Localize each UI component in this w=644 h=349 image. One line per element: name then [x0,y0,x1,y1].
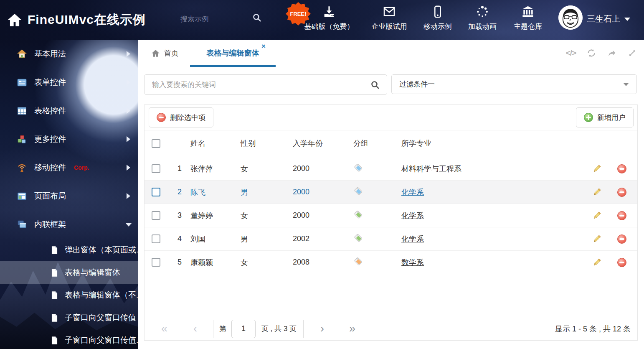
major-link[interactable]: 化学系 [401,211,424,220]
edit-icon[interactable] [592,211,602,221]
sidebar-menu: 基本用法 表单控件 表格控件 更多控件 移动控件 Corp. 页面布局 [0,40,138,349]
year-cell: 2000 [289,164,349,173]
chevron-right-icon [127,79,130,85]
chevron-right-icon [127,193,130,199]
page-root: { "colors": {"accent": "#1d6fa9", "selec… [0,0,644,349]
column-header-gender[interactable]: 性别 [236,138,289,148]
row-checkbox[interactable] [152,234,160,243]
select-all-checkbox[interactable] [152,139,160,148]
refresh-icon[interactable] [586,48,596,58]
delete-row-icon[interactable] [617,234,626,244]
delete-row-icon[interactable] [617,258,626,267]
row-checkbox[interactable] [152,188,160,196]
delete-row-icon[interactable] [617,211,626,220]
filter-dropdown[interactable]: 过滤条件一 [391,74,637,94]
row-checkbox[interactable] [152,211,160,220]
major-link[interactable]: 化学系 [401,235,424,243]
major-link[interactable]: 化学系 [401,188,424,196]
major-link[interactable]: 数学系 [401,258,424,267]
sidebar-subitem[interactable]: 子窗口向父窗口传值 [0,306,138,329]
table-header-row: 姓名 性别 入学年份 分组 所学专业 [145,130,637,157]
avatar[interactable] [558,5,583,30]
table-row[interactable]: 4 刘国 男 2002 化学系 [145,227,637,251]
sidebar-item-form-controls[interactable]: 表单控件 [0,68,138,97]
nav-item-enterprise-trial[interactable]: 企业版试用 [362,5,416,31]
page-input[interactable] [231,320,256,338]
row-checkbox[interactable] [152,164,160,173]
chevron-right-icon [127,51,130,57]
table-row[interactable]: 2 陈飞 男 2000 化学系 [145,181,637,204]
corp-badge: Corp. [74,164,89,171]
table-row[interactable]: 1 张萍萍 女 2000 材料科学与工程系 [145,157,637,181]
page-count-label: 页 , 共 3 页 [261,324,297,334]
tag-icon [353,209,363,219]
keyword-search-box [144,74,387,95]
gender-cell: 女 [236,211,289,221]
nav-item-theme-repo[interactable]: 主题仓库 [505,5,551,31]
edit-icon[interactable] [592,164,602,174]
sidebar-item-inline-frame[interactable]: 内联框架 [0,210,138,239]
sidebar-item-basic-usage[interactable]: 基本用法 [0,40,138,68]
column-header-name[interactable]: 姓名 [184,138,236,148]
row-checkbox[interactable] [152,258,160,267]
row-index: 2 [167,188,184,196]
column-header-group[interactable]: 分组 [349,138,397,148]
nav-label: 加载动画 [468,22,497,31]
sidebar-item-grid-controls[interactable]: 表格控件 [0,97,138,125]
chevron-down-icon [624,18,630,21]
open-new-window-icon[interactable] [607,48,617,58]
edit-icon[interactable] [592,234,602,244]
sidebar-submenu: 弹出窗体（本页面或... 表格与编辑窗体 表格与编辑窗体（不... 子窗口向父窗… [0,239,138,349]
home-icon [151,49,160,58]
prev-page-button[interactable]: ‹ [193,323,197,334]
header-search-input[interactable] [180,12,252,27]
nav-item-mobile-demo[interactable]: 移动示例 [416,5,460,31]
delete-selected-button[interactable]: 删除选中项 [149,107,213,127]
nav-label: 企业版试用 [372,22,407,31]
last-page-button[interactable]: » [349,323,355,334]
table-row[interactable]: 5 康颖颖 女 2008 数学系 [145,251,637,274]
app-logo[interactable]: FineUIMvc在线示例 [7,11,146,28]
page-prefix-label: 第 [219,324,226,334]
sidebar-subitem[interactable]: 表格与编辑窗体 [0,261,138,284]
next-page-button[interactable]: › [320,323,324,334]
add-user-button[interactable]: 新增用户 [576,107,634,127]
keyword-search-input[interactable] [145,81,370,89]
first-page-button[interactable]: « [161,323,167,334]
gender-cell: 女 [236,257,289,267]
app-title: FineUIMvc在线示例 [28,11,146,28]
search-icon[interactable] [252,13,262,24]
tab-grid-edit-window[interactable]: 表格与编辑窗体 × [190,40,276,66]
sidebar-subitem-label: 子窗口向父窗口传值... [65,335,138,346]
bank-icon [521,5,535,18]
sidebar-item-label: 页面布局 [34,191,66,201]
source-code-icon[interactable]: </> [566,48,576,58]
edit-icon[interactable] [592,187,602,197]
sidebar-item-more-controls[interactable]: 更多控件 [0,125,138,153]
tab-home[interactable]: 首页 [151,40,179,66]
column-header-year[interactable]: 入学年份 [289,138,349,148]
close-icon[interactable]: × [261,42,266,51]
fullscreen-icon[interactable] [627,48,637,58]
sidebar-subitem[interactable]: 弹出窗体（本页面或... [0,239,138,261]
nav-item-loading-animation[interactable]: 加载动画 [460,5,505,31]
table-body: 1 张萍萍 女 2000 材料科学与工程系 [145,157,637,274]
sidebar-item-page-layout[interactable]: 页面布局 [0,182,138,210]
delete-row-icon[interactable] [617,164,626,173]
cubes-icon [17,134,27,145]
sidebar-subitem[interactable]: 表格与编辑窗体（不... [0,284,138,306]
search-icon[interactable] [370,80,380,90]
delete-row-icon[interactable] [617,188,626,197]
sidebar-subitem[interactable]: 子窗口向父窗口传值... [0,329,138,349]
sidebar-subitem-label: 表格与编辑窗体（不... [65,290,138,301]
nav-label: 移动示例 [423,22,452,31]
table-row[interactable]: 3 董婷婷 女 2000 化学系 [145,204,637,227]
column-header-major[interactable]: 所学专业 [397,138,587,148]
sidebar-item-mobile-controls[interactable]: 移动控件 Corp. [0,153,138,182]
major-link[interactable]: 材料科学与工程系 [401,165,461,173]
house-icon [17,49,27,59]
user-menu[interactable]: 三生石上 [587,13,630,25]
edit-icon[interactable] [592,257,602,267]
filter-dropdown-value: 过滤条件一 [399,79,435,89]
file-icon [50,268,59,277]
